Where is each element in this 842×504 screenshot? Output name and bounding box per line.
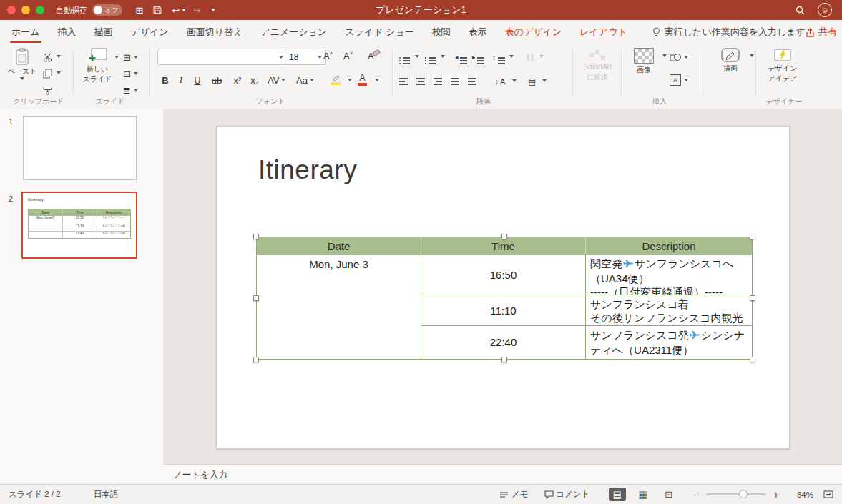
tab-slideshow[interactable]: スライド ショー: [343, 20, 415, 44]
decrease-indent-button[interactable]: ◂: [455, 50, 467, 64]
tab-draw[interactable]: 描画: [93, 20, 114, 44]
highlight-color-button[interactable]: [331, 73, 341, 87]
zoom-window-button[interactable]: [36, 6, 44, 14]
tab-table-layout[interactable]: レイアウト: [578, 20, 629, 44]
convert-to-smartart-button[interactable]: SmartArt に変換: [577, 50, 618, 81]
slide-layout-button[interactable]: ⊞: [123, 50, 138, 64]
increase-font-size-button[interactable]: A˄: [323, 49, 333, 63]
toolbar-overflow-button[interactable]: [211, 9, 215, 11]
language-button[interactable]: 日本語: [94, 489, 119, 500]
design-ideas-button[interactable]: デザイン アイデア: [761, 48, 804, 82]
change-case-button[interactable]: Aa: [296, 73, 314, 87]
align-text-button[interactable]: ▤: [528, 74, 536, 89]
selection-handle-top-right[interactable]: [750, 234, 755, 239]
align-right-button[interactable]: [434, 74, 442, 89]
font-size-combo[interactable]: 18: [285, 49, 326, 65]
decrease-font-size-button[interactable]: A˅: [343, 49, 353, 63]
italic-button[interactable]: I: [176, 73, 186, 87]
insert-shapes-button[interactable]: [670, 50, 688, 64]
section-button[interactable]: ≣: [123, 83, 138, 97]
align-center-button[interactable]: [416, 74, 425, 89]
normal-view-button[interactable]: ▤: [609, 488, 626, 501]
cut-button[interactable]: [43, 50, 52, 64]
subscript-button[interactable]: x₂: [248, 73, 262, 87]
slide-1-thumbnail[interactable]: [23, 116, 137, 180]
tell-me-box[interactable]: 実行したい作業内容を入力します: [652, 26, 806, 39]
undo-button[interactable]: ↩: [172, 6, 186, 15]
fit-slide-to-window-button[interactable]: [823, 490, 833, 498]
table-cell-date[interactable]: Mon, June 3: [257, 255, 421, 359]
notes-pane[interactable]: ノートを入力: [163, 464, 842, 485]
save-icon[interactable]: [153, 6, 162, 14]
table-header-date[interactable]: Date: [257, 237, 421, 255]
paste-button[interactable]: ペースト: [6, 48, 39, 80]
superscript-button[interactable]: x²: [230, 73, 245, 87]
tab-insert[interactable]: 挿入: [57, 20, 78, 44]
slideshow-view-button[interactable]: ⊡: [660, 488, 677, 501]
table-cell-time[interactable]: 22:40: [421, 326, 585, 358]
slide-title[interactable]: Itinerary: [258, 155, 357, 185]
format-painter-button[interactable]: [43, 83, 52, 97]
font-color-button[interactable]: A: [358, 73, 367, 87]
table-cell-time[interactable]: 11:10: [421, 295, 585, 326]
font-name-combo[interactable]: [157, 49, 288, 65]
justify-button[interactable]: [451, 74, 459, 89]
numbering-button[interactable]: [425, 50, 436, 64]
align-left-button[interactable]: [399, 74, 408, 89]
selection-handle-middle-left[interactable]: [253, 295, 259, 301]
table-header-description[interactable]: Description: [586, 237, 752, 255]
tab-animations[interactable]: アニメーション: [259, 20, 328, 44]
tab-home[interactable]: ホーム: [10, 20, 41, 44]
redo-button[interactable]: ↪: [193, 6, 201, 15]
selection-handle-bottom-center[interactable]: [501, 357, 507, 362]
comments-toggle-button[interactable]: コメント: [544, 489, 590, 500]
selection-handle-middle-right[interactable]: [750, 295, 755, 301]
table-header-time[interactable]: Time: [421, 237, 586, 255]
tab-view[interactable]: 表示: [467, 20, 489, 44]
zoom-in-button[interactable]: +: [773, 489, 779, 500]
slide-sorter-view-button[interactable]: ▦: [635, 488, 652, 501]
table-cell-time[interactable]: 16:50: [421, 255, 585, 295]
slide-2-thumbnail[interactable]: Itinerary Date Time Description Mon, Jun…: [21, 192, 137, 259]
selection-handle-top-left[interactable]: [253, 234, 259, 239]
copy-button[interactable]: [43, 66, 52, 81]
increase-indent-button[interactable]: ▸: [472, 50, 484, 64]
close-window-button[interactable]: [7, 6, 16, 14]
itinerary-table[interactable]: Date Time Description Mon, June 3 16:50 …: [256, 237, 753, 360]
text-direction-button[interactable]: ↕A: [495, 74, 505, 89]
zoom-percentage[interactable]: 84%: [790, 490, 813, 499]
new-slide-button[interactable]: 新しい スライド: [79, 48, 116, 83]
selection-handle-bottom-right[interactable]: [750, 357, 755, 362]
tab-design[interactable]: デザイン: [129, 20, 170, 44]
draw-button[interactable]: 描画: [711, 48, 750, 72]
selection-handle-top-center[interactable]: [501, 234, 507, 239]
columns-button[interactable]: [527, 50, 534, 64]
search-icon[interactable]: [796, 6, 805, 15]
tab-review[interactable]: 校閲: [431, 20, 452, 44]
bold-button[interactable]: B: [159, 73, 172, 87]
selection-handle-bottom-left[interactable]: [253, 357, 259, 362]
zoom-slider[interactable]: [706, 493, 766, 495]
reset-slide-button[interactable]: ⊟: [123, 66, 138, 81]
bullets-button[interactable]: [399, 50, 410, 64]
strikethrough-button[interactable]: ab: [209, 73, 225, 87]
table-cell-description[interactable]: サンフランシスコ発シンシナ ティへ（UA2311便）: [586, 326, 752, 358]
zoom-out-button[interactable]: −: [693, 489, 699, 500]
insert-textbox-button[interactable]: A: [670, 73, 688, 87]
insert-picture-button[interactable]: 画像: [627, 48, 661, 74]
zoom-slider-thumb[interactable]: [739, 490, 748, 498]
account-avatar[interactable]: ☺: [818, 3, 832, 17]
tab-transitions[interactable]: 画面切り替え: [185, 20, 245, 44]
clear-formatting-button[interactable]: A: [368, 49, 380, 63]
underline-button[interactable]: U: [192, 73, 203, 87]
share-button[interactable]: 共有: [806, 26, 837, 39]
character-spacing-button[interactable]: AV: [268, 73, 285, 87]
autosave-toggle[interactable]: オフ: [92, 4, 122, 16]
distribute-text-button[interactable]: [468, 74, 476, 89]
tab-table-design[interactable]: 表のデザイン: [504, 20, 564, 44]
table-cell-description[interactable]: サンフランシスコ着 その後サンフランシスコ内観光: [586, 295, 752, 326]
app-launcher-icon[interactable]: ⊞: [135, 6, 143, 15]
slide-canvas[interactable]: Itinerary Date Time Description Mon, Jun…: [216, 126, 790, 449]
table-cell-description[interactable]: 関空発サンフランシスコへ （UA34便） -----（日付変更線通過）-----: [586, 255, 752, 295]
notes-toggle-button[interactable]: メモ: [499, 489, 529, 500]
